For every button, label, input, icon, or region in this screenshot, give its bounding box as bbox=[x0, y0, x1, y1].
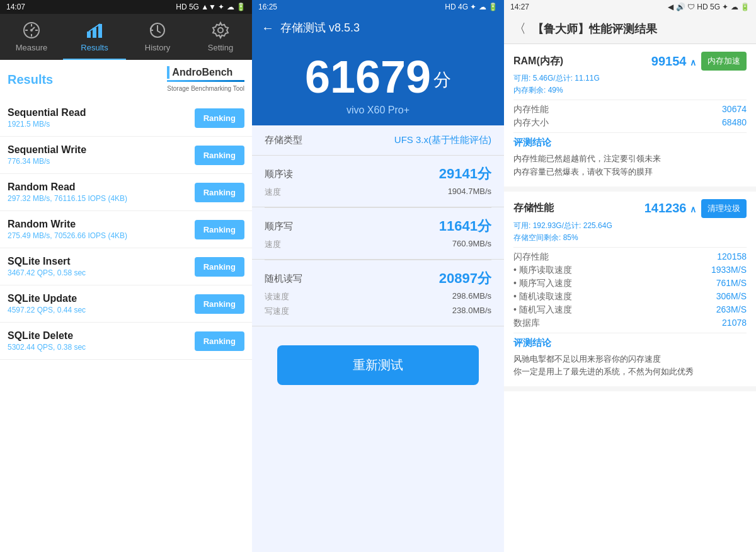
result-item-0: Sequential Read 1921.5 MB/s Ranking bbox=[0, 100, 252, 137]
icons-3: ◀ 🔊 🛡 HD 5G ✦ ☁ 🔋 bbox=[668, 3, 750, 11]
result-value-6: 5302.44 QPS, 0.38 sec bbox=[8, 343, 86, 352]
nav-measure-label: Measure bbox=[16, 43, 48, 52]
p2-retest-btn[interactable]: 重新测试 bbox=[277, 345, 479, 385]
p3-btn-storage[interactable]: 清理垃圾 bbox=[701, 199, 747, 218]
result-value-1: 776.34 MB/s bbox=[8, 157, 86, 166]
p3-sub-storage-0: 闪存性能 120158 bbox=[513, 251, 747, 263]
ranking-btn-5[interactable]: Ranking bbox=[195, 294, 244, 314]
p2-section-0: 顺序读 29141分 速度 1904.7MB/s bbox=[252, 156, 504, 207]
result-info-0: Sequential Read 1921.5 MB/s bbox=[8, 107, 86, 129]
p3-section-ram: RAM(内存) 99154 ∧ 内存加速 可用: 5.46G/总计: 11.11… bbox=[504, 44, 756, 192]
result-info-5: SQLite Update 4597.22 QPS, 0.44 sec bbox=[8, 293, 86, 314]
p2-score-container: 61679 分 bbox=[305, 54, 451, 100]
result-name-0: Sequential Read bbox=[8, 107, 86, 118]
p2-detail-2: 写速度 238.0MB/s bbox=[265, 306, 491, 317]
result-name-1: Sequential Write bbox=[8, 144, 86, 156]
status-bar-1: 14:07 HD 5G ▲▼ ✦ ☁ 🔋 bbox=[0, 0, 252, 14]
time-2: 16:25 bbox=[258, 3, 277, 11]
p3-sub-storage-4: • 随机写入速度 263M/S bbox=[513, 304, 747, 316]
p3-header: 〈 【鲁大师】性能评测结果 bbox=[504, 14, 756, 44]
ranking-btn-3[interactable]: Ranking bbox=[195, 220, 244, 239]
result-info-6: SQLite Delete 5302.44 QPS, 0.38 sec bbox=[8, 330, 86, 352]
result-info-4: SQLite Insert 3467.42 QPS, 0.58 sec bbox=[8, 256, 86, 277]
result-name-2: Random Read bbox=[8, 181, 127, 193]
result-name-3: Random Write bbox=[8, 219, 127, 230]
time-1: 14:07 bbox=[6, 3, 25, 11]
p2-header: ← 存储测试 v8.5.3 bbox=[252, 14, 504, 42]
p2-storage-type: 存储类型 UFS 3.x(基于性能评估) bbox=[252, 125, 504, 156]
logo-sub: Storage Benchmarking Tool bbox=[167, 85, 244, 92]
p2-back-btn[interactable]: ← bbox=[261, 21, 274, 35]
nav-measure[interactable]: Measure bbox=[0, 14, 63, 60]
p2-storage-label: 存储类型 bbox=[265, 134, 302, 146]
result-value-2: 297.32 MB/s, 76116.15 IOPS (4KB) bbox=[8, 194, 127, 203]
result-value-0: 1921.5 MB/s bbox=[8, 120, 86, 129]
ranking-btn-4[interactable]: Ranking bbox=[195, 257, 244, 277]
p3-btn-ram[interactable]: 内存加速 bbox=[701, 52, 747, 71]
p2-device: vivo X60 Pro+ bbox=[346, 105, 410, 116]
p2-title: 存储测试 v8.5.3 bbox=[280, 20, 360, 35]
result-name-5: SQLite Update bbox=[8, 293, 86, 304]
p3-content: RAM(内存) 99154 ∧ 内存加速 可用: 5.46G/总计: 11.11… bbox=[504, 44, 756, 552]
androbench-panel: 14:07 HD 5G ▲▼ ✦ ☁ 🔋 Measure bbox=[0, 0, 252, 552]
results-title: Results bbox=[8, 72, 53, 87]
ranking-btn-2[interactable]: Ranking bbox=[195, 183, 244, 202]
nav-results-label: Results bbox=[81, 43, 108, 52]
icons-1: HD 5G ▲▼ ✦ ☁ 🔋 bbox=[176, 3, 246, 11]
p2-detail-0: 速度 1904.7MB/s bbox=[265, 187, 491, 198]
p2-detail-1: 速度 760.9MB/s bbox=[265, 239, 491, 250]
p2-detail-2: 读速度 298.6MB/s bbox=[265, 291, 491, 302]
logo-text: AndroBench bbox=[172, 67, 232, 78]
result-name-4: SQLite Insert bbox=[8, 256, 86, 267]
status-bar-3: 14:27 ◀ 🔊 🛡 HD 5G ✦ ☁ 🔋 bbox=[504, 0, 756, 14]
p3-section-storage: 存储性能 141236 ∧ 清理垃圾 可用: 192.93G/总计: 225.6… bbox=[504, 192, 756, 392]
ranking-btn-0[interactable]: Ranking bbox=[195, 108, 244, 128]
storage-test-panel: 16:25 HD 4G ✦ ☁ 🔋 ← 存储测试 v8.5.3 61679 分 … bbox=[252, 0, 504, 552]
p3-title: 【鲁大师】性能评测结果 bbox=[532, 21, 657, 37]
ludashi-panel: 14:27 ◀ 🔊 🛡 HD 5G ✦ ☁ 🔋 〈 【鲁大师】性能评测结果 RA… bbox=[504, 0, 756, 552]
svg-point-6 bbox=[30, 29, 33, 32]
svg-rect-7 bbox=[87, 32, 91, 38]
svg-rect-9 bbox=[98, 24, 102, 38]
time-3: 14:27 bbox=[510, 3, 529, 11]
p3-sub-ram-0: 内存性能 30674 bbox=[513, 104, 747, 115]
ranking-btn-6[interactable]: Ranking bbox=[195, 331, 244, 351]
result-value-5: 4597.22 QPS, 0.44 sec bbox=[8, 306, 86, 314]
result-info-3: Random Write 275.49 MB/s, 70526.66 IOPS … bbox=[8, 219, 127, 240]
result-item-6: SQLite Delete 5302.44 QPS, 0.38 sec Rank… bbox=[0, 323, 252, 360]
nav-results[interactable]: Results bbox=[63, 14, 126, 60]
p2-score: 61679 bbox=[305, 54, 431, 100]
result-info-1: Sequential Write 776.34 MB/s bbox=[8, 144, 86, 166]
ranking-btn-1[interactable]: Ranking bbox=[195, 146, 244, 165]
svg-point-11 bbox=[218, 28, 223, 33]
result-value-3: 275.49 MB/s, 70526.66 IOPS (4KB) bbox=[8, 231, 127, 240]
p3-sub-ram-1: 内存大小 68480 bbox=[513, 117, 747, 129]
p3-sub-storage-5: 数据库 21078 bbox=[513, 318, 747, 329]
nav-setting[interactable]: Setting bbox=[189, 14, 252, 60]
result-item-5: SQLite Update 4597.22 QPS, 0.44 sec Rank… bbox=[0, 285, 252, 323]
p3-sub-storage-2: • 顺序写入速度 761M/S bbox=[513, 278, 747, 289]
results-header: Results AndroBench Storage Benchmarking … bbox=[0, 60, 252, 100]
p3-sub-storage-3: • 随机读取速度 306M/S bbox=[513, 291, 747, 302]
results-list: Sequential Read 1921.5 MB/s Ranking Sequ… bbox=[0, 100, 252, 552]
nav-setting-label: Setting bbox=[208, 43, 233, 52]
nav-bar: Measure Results History bbox=[0, 14, 252, 60]
result-item-4: SQLite Insert 3467.42 QPS, 0.58 sec Rank… bbox=[0, 248, 252, 285]
result-item-3: Random Write 275.49 MB/s, 70526.66 IOPS … bbox=[0, 211, 252, 248]
p2-section-2: 随机读写 20897分 读速度 298.6MB/s 写速度 238.0MB/s bbox=[252, 260, 504, 326]
p2-sections: 顺序读 29141分 速度 1904.7MB/s 顺序写 11641分 速度 7… bbox=[252, 156, 504, 326]
result-value-4: 3467.42 QPS, 0.58 sec bbox=[8, 268, 86, 277]
status-bar-2: 16:25 HD 4G ✦ ☁ 🔋 bbox=[252, 0, 504, 14]
p2-score-section: 61679 分 vivo X60 Pro+ bbox=[252, 42, 504, 125]
nav-history-label: History bbox=[145, 43, 170, 52]
p3-back-btn[interactable]: 〈 bbox=[513, 20, 526, 37]
nav-history[interactable]: History bbox=[126, 14, 189, 60]
icons-2: HD 4G ✦ ☁ 🔋 bbox=[445, 3, 498, 11]
p3-sub-storage-1: • 顺序读取速度 1933M/S bbox=[513, 265, 747, 276]
p2-score-unit: 分 bbox=[433, 68, 451, 92]
p2-section-1: 顺序写 11641分 速度 760.9MB/s bbox=[252, 208, 504, 260]
androbench-logo: AndroBench Storage Benchmarking Tool bbox=[167, 66, 244, 93]
result-item-2: Random Read 297.32 MB/s, 76116.15 IOPS (… bbox=[0, 174, 252, 211]
p2-storage-value: UFS 3.x(基于性能评估) bbox=[394, 134, 491, 146]
result-item-1: Sequential Write 776.34 MB/s Ranking bbox=[0, 137, 252, 174]
